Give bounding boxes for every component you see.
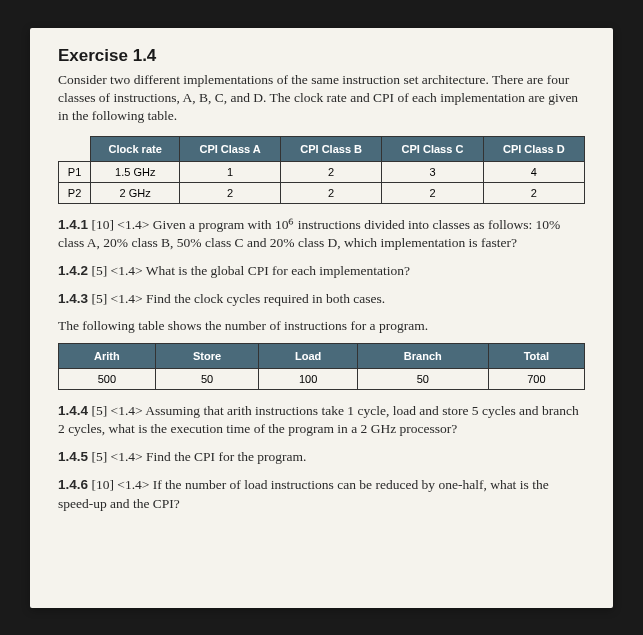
col-arith: Arith [59, 343, 156, 368]
cell: 2 GHz [91, 182, 180, 203]
q-number: 1.4.4 [58, 403, 88, 418]
table-row: 500 50 100 50 700 [59, 368, 585, 389]
cell: 50 [155, 368, 259, 389]
col-cpi-b: CPI Class B [280, 136, 381, 161]
cell: 2 [382, 182, 483, 203]
table-header-row: Clock rate CPI Class A CPI Class B CPI C… [59, 136, 585, 161]
cell: 2 [180, 182, 281, 203]
col-branch: Branch [357, 343, 488, 368]
col-load: Load [259, 343, 357, 368]
sub-paragraph: The following table shows the number of … [58, 317, 585, 335]
q-number: 1.4.1 [58, 217, 88, 232]
col-cpi-d: CPI Class D [483, 136, 584, 161]
col-cpi-a: CPI Class A [180, 136, 281, 161]
cell: 3 [382, 161, 483, 182]
q-text: [5] <1.4> Find the clock cycles required… [88, 291, 385, 306]
cell: 2 [280, 161, 381, 182]
cell: 4 [483, 161, 584, 182]
q-text: [5] <1.4> Find the CPI for the program. [88, 449, 306, 464]
col-cpi-c: CPI Class C [382, 136, 483, 161]
question-1.4.4: 1.4.4 [5] <1.4> Assuming that arith inst… [58, 402, 585, 438]
q-text: [10] <1.4> Given a program with 10⁶ inst… [58, 217, 560, 250]
question-1.4.6: 1.4.6 [10] <1.4> If the number of load i… [58, 476, 585, 512]
q-text: [5] <1.4> Assuming that arith instructio… [58, 403, 579, 436]
cell: 500 [59, 368, 156, 389]
cell: 2 [483, 182, 584, 203]
row-label: P2 [59, 182, 91, 203]
cell: 700 [488, 368, 584, 389]
cell: 100 [259, 368, 357, 389]
cpi-table: Clock rate CPI Class A CPI Class B CPI C… [58, 136, 585, 204]
cell: 2 [280, 182, 381, 203]
exercise-title: Exercise 1.4 [58, 46, 585, 66]
table-header-row: Arith Store Load Branch Total [59, 343, 585, 368]
document-page: Exercise 1.4 Consider two different impl… [30, 28, 613, 608]
table-row: P2 2 GHz 2 2 2 2 [59, 182, 585, 203]
row-label: P1 [59, 161, 91, 182]
cell: 50 [357, 368, 488, 389]
col-total: Total [488, 343, 584, 368]
q-number: 1.4.6 [58, 477, 88, 492]
question-1.4.5: 1.4.5 [5] <1.4> Find the CPI for the pro… [58, 448, 585, 466]
blank-header [59, 136, 91, 161]
question-1.4.2: 1.4.2 [5] <1.4> What is the global CPI f… [58, 262, 585, 280]
question-1.4.1: 1.4.1 [10] <1.4> Given a program with 10… [58, 216, 585, 252]
col-clock-rate: Clock rate [91, 136, 180, 161]
cell: 1.5 GHz [91, 161, 180, 182]
table-row: P1 1.5 GHz 1 2 3 4 [59, 161, 585, 182]
question-1.4.3: 1.4.3 [5] <1.4> Find the clock cycles re… [58, 290, 585, 308]
q-text: [10] <1.4> If the number of load instruc… [58, 477, 549, 510]
instruction-table: Arith Store Load Branch Total 500 50 100… [58, 343, 585, 390]
col-store: Store [155, 343, 259, 368]
q-number: 1.4.5 [58, 449, 88, 464]
cell: 1 [180, 161, 281, 182]
q-number: 1.4.2 [58, 263, 88, 278]
intro-paragraph: Consider two different implementations o… [58, 71, 585, 126]
q-number: 1.4.3 [58, 291, 88, 306]
q-text: [5] <1.4> What is the global CPI for eac… [88, 263, 410, 278]
